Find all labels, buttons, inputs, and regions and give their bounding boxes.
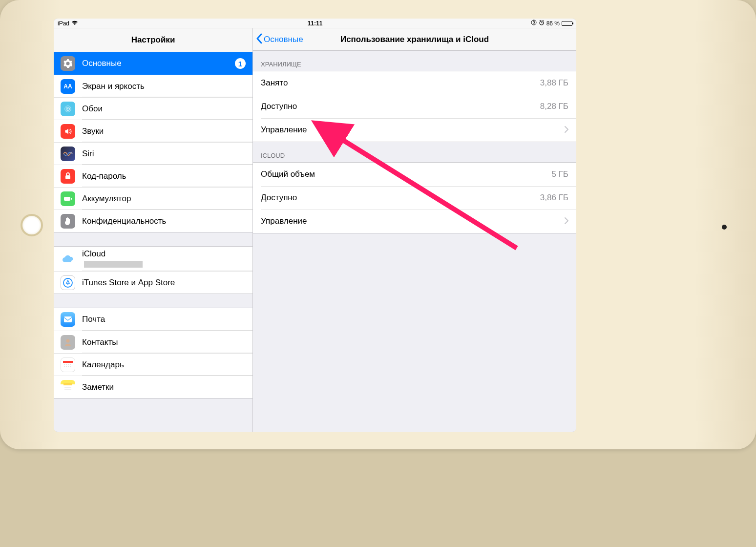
row-label: Общий объем <box>261 169 551 179</box>
svg-rect-12 <box>71 198 72 200</box>
sidebar-item-label: iTunes Store и App Store <box>82 278 252 288</box>
sidebar-item-wallpaper[interactable]: Обои <box>54 97 252 120</box>
svg-rect-10 <box>65 175 70 179</box>
svg-point-0 <box>531 20 536 25</box>
orientation-lock-icon <box>531 20 537 27</box>
svg-rect-1 <box>533 21 534 23</box>
contacts-icon <box>61 335 75 350</box>
chevron-left-icon <box>256 33 263 46</box>
svg-line-5 <box>540 21 541 21</box>
svg-point-19 <box>64 364 64 364</box>
sidebar-group-2: iCloud iTunes Store и App Store <box>54 246 252 294</box>
device-frame: iPad 11:11 86 % Настройки <box>0 0 756 449</box>
sidebar-item-label: Календарь <box>82 360 252 370</box>
sidebar-item-label: Обои <box>82 104 252 114</box>
sidebar-item-label: Звуки <box>82 126 252 136</box>
svg-rect-28 <box>63 385 72 392</box>
sidebar-item-battery[interactable]: Аккумулятор <box>54 187 252 210</box>
svg-rect-17 <box>63 361 73 363</box>
svg-point-26 <box>70 366 70 366</box>
svg-point-20 <box>66 364 66 364</box>
svg-point-22 <box>70 364 70 364</box>
storage-group: Занято 3,88 ГБ Доступно 8,28 ГБ Управлен… <box>253 71 576 142</box>
sidebar-item-privacy[interactable]: Конфиденциальность <box>54 210 252 232</box>
back-label: Основные <box>264 35 303 44</box>
row-storage-available: Доступно 8,28 ГБ <box>253 95 576 118</box>
battery-percent: 86 % <box>546 20 560 27</box>
sidebar-item-label: Почта <box>82 315 252 324</box>
sidebar-item-label: Siri <box>82 149 252 159</box>
back-button[interactable]: Основные <box>253 33 303 46</box>
row-label: Доступно <box>261 102 540 111</box>
calendar-icon <box>61 358 75 372</box>
svg-point-21 <box>68 364 68 364</box>
svg-point-16 <box>66 339 70 342</box>
sidebar-item-label: Код-пароль <box>82 171 252 181</box>
sounds-icon <box>61 124 75 139</box>
sidebar-item-display[interactable]: AA Экран и яркость <box>54 75 252 97</box>
siri-icon <box>61 147 75 161</box>
sidebar-item-label: Контакты <box>82 337 252 347</box>
svg-rect-15 <box>64 316 72 322</box>
svg-point-14 <box>67 284 68 285</box>
settings-sidebar: Настройки Основные 1 AA Экран и яркость <box>54 28 253 432</box>
row-storage-used: Занято 3,88 ГБ <box>253 71 576 95</box>
svg-rect-27 <box>63 383 72 385</box>
detail-title: Использование хранилища и iCloud <box>340 35 489 44</box>
sidebar-group-1: Основные 1 AA Экран и яркость Обои <box>54 52 252 232</box>
row-label: Управление <box>261 125 561 135</box>
badge: 1 <box>235 58 246 69</box>
sidebar-item-label: Заметки <box>82 382 252 392</box>
display-icon: AA <box>61 79 75 94</box>
sidebar-item-label: iCloud <box>82 249 252 269</box>
svg-point-24 <box>66 366 66 366</box>
sidebar-item-notes[interactable]: Заметки <box>54 376 252 398</box>
sidebar-item-itunes[interactable]: iTunes Store и App Store <box>54 271 252 294</box>
device-label: iPad <box>58 20 69 27</box>
sidebar-item-label: Конфиденциальность <box>82 216 252 226</box>
battery-icon <box>61 191 75 206</box>
sidebar-item-calendar[interactable]: Календарь <box>54 353 252 376</box>
svg-point-23 <box>64 366 64 366</box>
sidebar-item-passcode[interactable]: Код-пароль <box>54 165 252 187</box>
screen: iPad 11:11 86 % Настройки <box>54 19 576 432</box>
section-header-storage: ХРАНИЛИЩЕ <box>253 51 576 71</box>
cloud-icon <box>61 252 75 266</box>
detail-pane: Основные Использование хранилища и iClou… <box>253 28 576 432</box>
row-storage-manage[interactable]: Управление <box>253 118 576 142</box>
hand-icon <box>61 214 75 229</box>
row-value: 3,88 ГБ <box>540 78 568 88</box>
row-value: 3,86 ГБ <box>540 193 568 203</box>
svg-line-6 <box>543 21 544 21</box>
row-value: 8,28 ГБ <box>540 102 568 111</box>
notes-icon <box>61 380 75 395</box>
sidebar-item-label: Аккумулятор <box>82 194 252 204</box>
chevron-right-icon <box>565 216 568 227</box>
mail-icon <box>61 312 75 327</box>
sidebar-item-icloud[interactable]: iCloud <box>54 247 252 271</box>
sidebar-item-mail[interactable]: Почта <box>54 308 252 331</box>
svg-point-25 <box>68 366 68 366</box>
sidebar-item-label: Основные <box>82 59 235 68</box>
row-label: Управление <box>261 216 561 226</box>
appstore-icon <box>61 275 75 290</box>
front-camera <box>722 225 727 230</box>
chevron-right-icon <box>565 125 568 135</box>
sidebar-item-general[interactable]: Основные 1 <box>54 52 252 75</box>
lock-icon <box>61 169 75 184</box>
icloud-group: Общий объем 5 ГБ Доступно 3,86 ГБ Управл… <box>253 162 576 233</box>
svg-point-9 <box>67 108 69 109</box>
row-icloud-manage[interactable]: Управление <box>253 210 576 233</box>
battery-icon <box>562 21 572 26</box>
home-button[interactable] <box>21 214 43 236</box>
sidebar-item-contacts[interactable]: Контакты <box>54 331 252 353</box>
sidebar-group-3: Почта Контакты Календарь <box>54 308 252 399</box>
sidebar-item-sounds[interactable]: Звуки <box>54 120 252 142</box>
row-value: 5 ГБ <box>551 169 568 179</box>
row-icloud-total: Общий объем 5 ГБ <box>253 163 576 186</box>
sidebar-item-siri[interactable]: Siri <box>54 142 252 165</box>
wifi-icon <box>71 20 78 27</box>
alarm-icon <box>539 20 545 27</box>
clock: 11:11 <box>308 20 323 27</box>
row-label: Доступно <box>261 193 540 203</box>
